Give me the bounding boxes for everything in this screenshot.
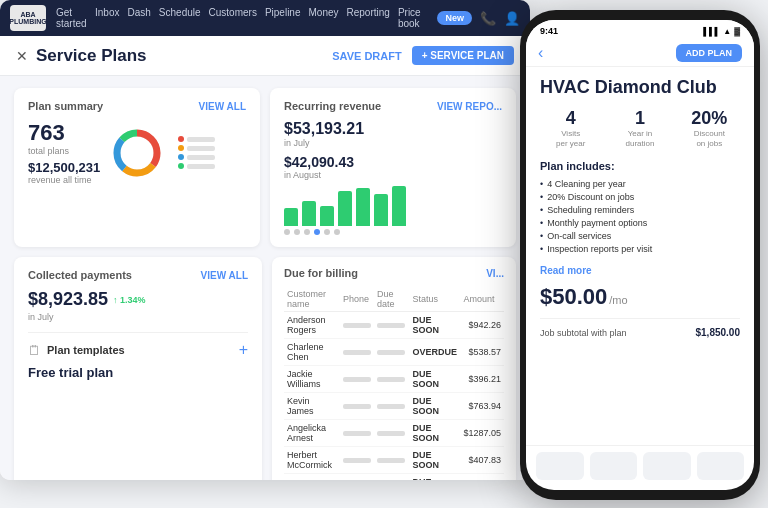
mobile-phone: 9:41 ▌▌▌ ▲ ▓ ‹ ADD PLAN HVAC Diamond Clu… (520, 10, 760, 500)
list-item: On-call services (540, 229, 740, 242)
revenue-amount: $12,500,231 (28, 160, 100, 175)
amount-cell: $396.21 (460, 366, 504, 393)
footer-btn-3[interactable] (643, 452, 691, 480)
customer-name-cell: Katie Kidd (284, 474, 340, 481)
customer-name-cell: Kevin James (284, 393, 340, 420)
billing-table: Customer name Phone Due date Status Amou… (284, 287, 504, 480)
nav-inbox[interactable]: Inbox (95, 7, 119, 29)
phone-cell (340, 393, 374, 420)
save-draft-button[interactable]: SAVE DRAFT (332, 50, 401, 62)
status-cell: DUE SOON (409, 420, 460, 447)
bar-5 (356, 188, 370, 226)
nav-schedule[interactable]: Schedule (159, 7, 201, 29)
august-amount: $42,090.43 (284, 154, 502, 170)
close-button[interactable]: ✕ (16, 48, 28, 64)
plan-includes-title: Plan includes: (540, 160, 740, 172)
bar-3 (320, 206, 334, 226)
add-plan-template-button[interactable]: + (239, 341, 248, 359)
due-date-cell (374, 312, 409, 339)
collected-header: Collected payments VIEW ALL (28, 269, 248, 281)
sub-header-right: SAVE DRAFT + SERVICE PLAN (332, 46, 514, 65)
nav-dash[interactable]: Dash (127, 7, 150, 29)
recurring-view-all[interactable]: VIEW REPO... (437, 101, 502, 112)
cards-row-1: Plan summary VIEW ALL 763 total plans $1… (14, 88, 516, 247)
nav-items: Get started Inbox Dash Schedule Customer… (56, 7, 427, 29)
list-item: Scheduling reminders (540, 203, 740, 216)
plan-summary-title: Plan summary (28, 100, 103, 112)
table-row: Anderson RogersDUE SOON$942.26 (284, 312, 504, 339)
dot-3 (304, 229, 310, 235)
phone-cell (340, 366, 374, 393)
table-row: Charlene ChenOVERDUE$538.57 (284, 339, 504, 366)
free-trial-label: Free trial plan (28, 365, 248, 380)
app-logo: ABA PLUMBING (10, 5, 46, 31)
bar-7 (392, 186, 406, 226)
collected-change: ↑ 1.34% (113, 295, 146, 305)
july-label: in July (284, 138, 502, 148)
due-date-cell (374, 366, 409, 393)
cards-row-2: Collected payments VIEW ALL $8,923.85 ↑ … (14, 257, 516, 480)
col-due: Due date (374, 287, 409, 312)
plan-templates-label: Plan templates (47, 344, 125, 356)
total-plans-label: total plans (28, 146, 100, 156)
revenue-label: revenue all time (28, 175, 100, 185)
table-row: Herbert McCormickDUE SOON$407.83 (284, 447, 504, 474)
new-button[interactable]: New (437, 11, 472, 25)
back-button[interactable]: ‹ (538, 44, 543, 62)
service-plan-button[interactable]: + SERVICE PLAN (412, 46, 514, 65)
chart-dots (284, 229, 502, 235)
phone-nav: ‹ ADD PLAN (526, 38, 754, 67)
footer-btn-1[interactable] (536, 452, 584, 480)
nav-pipeline[interactable]: Pipeline (265, 7, 301, 29)
phone-cell (340, 312, 374, 339)
nav-customers[interactable]: Customers (209, 7, 257, 29)
collected-period: in July (28, 312, 248, 322)
amount-cell: $538.57 (460, 339, 504, 366)
plan-summary-body: 763 total plans $12,500,231 revenue all … (28, 120, 246, 185)
phone-status-bar: 9:41 ▌▌▌ ▲ ▓ (526, 20, 754, 38)
footer-btn-4[interactable] (697, 452, 745, 480)
nav-money[interactable]: Money (309, 7, 339, 29)
plan-templates-left: 🗒 Plan templates (28, 343, 125, 358)
recurring-title: Recurring revenue (284, 100, 381, 112)
main-content: Plan summary VIEW ALL 763 total plans $1… (0, 76, 530, 480)
stat-duration-value: 1 (609, 108, 670, 129)
status-cell: DUE SOON (409, 474, 460, 481)
price-period: /mo (609, 294, 627, 306)
read-more-link[interactable]: Read more (540, 265, 740, 276)
dot-5 (324, 229, 330, 235)
billing-view-all[interactable]: VI... (486, 268, 504, 279)
due-date-cell (374, 393, 409, 420)
footer-btn-2[interactable] (590, 452, 638, 480)
due-date-cell (374, 474, 409, 481)
status-cell: DUE SOON (409, 393, 460, 420)
plan-summary-card: Plan summary VIEW ALL 763 total plans $1… (14, 88, 260, 247)
nav-get-started[interactable]: Get started (56, 7, 87, 29)
status-icons: ▌▌▌ ▲ ▓ (703, 27, 740, 36)
list-item: 4 Cleaning per year (540, 177, 740, 190)
customer-name-cell: Angelicka Arnest (284, 420, 340, 447)
dot-2 (294, 229, 300, 235)
amount-cell: $763.94 (460, 393, 504, 420)
customer-name-cell: Jackie Williams (284, 366, 340, 393)
col-status: Status (409, 287, 460, 312)
stat-duration: 1 Year induration (609, 108, 670, 148)
stat-visits: 4 Visitsper year (540, 108, 601, 148)
job-subtotal-value: $1,850.00 (696, 327, 741, 338)
nav-price-book[interactable]: Price book (398, 7, 428, 29)
legend-item-4 (178, 163, 215, 169)
billing-title: Due for billing (284, 267, 358, 279)
customer-name-cell: Herbert McCormick (284, 447, 340, 474)
plan-summary-view-all[interactable]: VIEW ALL (199, 101, 246, 112)
billing-card: Due for billing VI... Customer name Phon… (272, 257, 516, 480)
bar-6 (374, 194, 388, 226)
col-phone: Phone (340, 287, 374, 312)
legend-item-2 (178, 145, 215, 151)
due-date-cell (374, 447, 409, 474)
stat-visits-label: Visitsper year (540, 129, 601, 148)
collected-view-all[interactable]: VIEW ALL (201, 270, 248, 281)
add-plan-button[interactable]: ADD PLAN (676, 44, 743, 62)
nav-reporting[interactable]: Reporting (347, 7, 390, 29)
table-row: Jackie WilliamsDUE SOON$396.21 (284, 366, 504, 393)
stat-visits-value: 4 (540, 108, 601, 129)
